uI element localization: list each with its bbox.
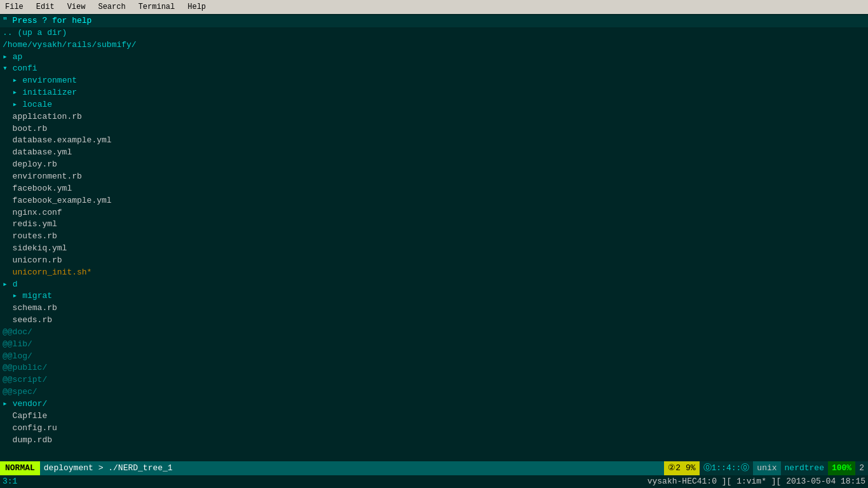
tree-line[interactable]: config.ru	[0, 423, 868, 435]
tree-line[interactable]: application.rb	[0, 111, 868, 123]
tree-line[interactable]: facebook_example.yml	[0, 195, 868, 207]
tree-line[interactable]: @@lib/	[0, 339, 868, 351]
statusbar: NORMAL deployment > ./NERD_tree_1 ②2 9% …	[0, 461, 868, 475]
mode-indicator: NORMAL	[0, 461, 40, 475]
tree-line[interactable]: database.example.yml	[0, 135, 868, 147]
menu-terminal[interactable]: Terminal	[136, 2, 178, 13]
tmux-status: vysakh-HEC41:0 ][ 1:vim* ][ 2013-05-04 1…	[648, 476, 865, 487]
tree-line[interactable]: schema.rb	[0, 302, 868, 315]
tree-line[interactable]: @@script/	[0, 374, 868, 386]
menubar: File Edit View Search Terminal Help	[0, 0, 868, 14]
tree-line[interactable]: facebook.yml	[0, 183, 868, 195]
status-right: ②2 9% ⓪1::4::⓪ unix nerdtree 100% 2	[664, 461, 868, 475]
tree-line[interactable]: dump.rdb	[0, 435, 868, 447]
tree-line[interactable]: database.yml	[0, 147, 868, 159]
tree-line[interactable]: boot.rb	[0, 123, 868, 135]
menu-view[interactable]: View	[65, 2, 88, 13]
tree-line[interactable]: @@doc/	[0, 327, 868, 339]
tree-line[interactable]: .. (up a dir)	[0, 27, 868, 39]
tree-line[interactable]: ▸ environment	[0, 75, 868, 87]
tree-line[interactable]: @@log/	[0, 351, 868, 363]
tree-line[interactable]: nginx.conf	[0, 207, 868, 219]
tree-line[interactable]: sidekiq.yml	[0, 243, 868, 255]
cursor-position: 3:1	[3, 476, 17, 487]
pct-label: 100%	[828, 461, 855, 475]
time-segment: ⓪1::4::⓪	[700, 461, 754, 475]
menu-file[interactable]: File	[3, 2, 26, 13]
tree-line[interactable]: ▸ ap	[0, 51, 868, 64]
tree-line[interactable]: ▸ initializer	[0, 87, 868, 99]
tree-line[interactable]: ▸ d	[0, 279, 868, 291]
help-line: " Press ? for help	[0, 15, 868, 27]
git-indicator: ②2 9%	[664, 461, 699, 475]
tree-line[interactable]: seeds.rb	[0, 315, 868, 327]
tree-line[interactable]: Capfile	[0, 410, 868, 423]
menu-search[interactable]: Search	[95, 2, 128, 13]
nerd-label: nerdtree	[781, 461, 828, 475]
menu-edit[interactable]: Edit	[34, 2, 57, 13]
tree-line[interactable]: ▸ migrat	[0, 290, 868, 302]
tree-line[interactable]: unicorn_init.sh*	[0, 267, 868, 279]
tree-line[interactable]: ▾ confi	[0, 63, 868, 75]
tree-line[interactable]: redis.yml	[0, 219, 868, 231]
status-path: deployment > ./NERD_tree_1	[40, 463, 664, 474]
menu-help[interactable]: Help	[185, 2, 208, 13]
tree-line[interactable]: @@spec/	[0, 386, 868, 398]
tree-line[interactable]: routes.rb	[0, 231, 868, 243]
nerdtree-content: " Press ? for help .. (up a dir)/home/vy…	[0, 14, 868, 461]
tree-line[interactable]: @@public/	[0, 362, 868, 374]
tree-line[interactable]: deploy.rb	[0, 159, 868, 171]
tree-line[interactable]: /home/vysakh/rails/submify/	[0, 39, 868, 51]
unix-label: unix	[753, 461, 780, 475]
tree-line[interactable]: ▸ vendor/	[0, 398, 868, 410]
tree-line[interactable]: unicorn.rb	[0, 255, 868, 267]
tree-line[interactable]: environment.rb	[0, 171, 868, 183]
num-label: 2	[855, 461, 868, 475]
tree-line[interactable]: ▸ locale	[0, 99, 868, 111]
bottomline: 3:1 vysakh-HEC41:0 ][ 1:vim* ][ 2013-05-…	[0, 475, 868, 488]
tree-container: .. (up a dir)/home/vysakh/rails/submify/…	[0, 27, 868, 447]
